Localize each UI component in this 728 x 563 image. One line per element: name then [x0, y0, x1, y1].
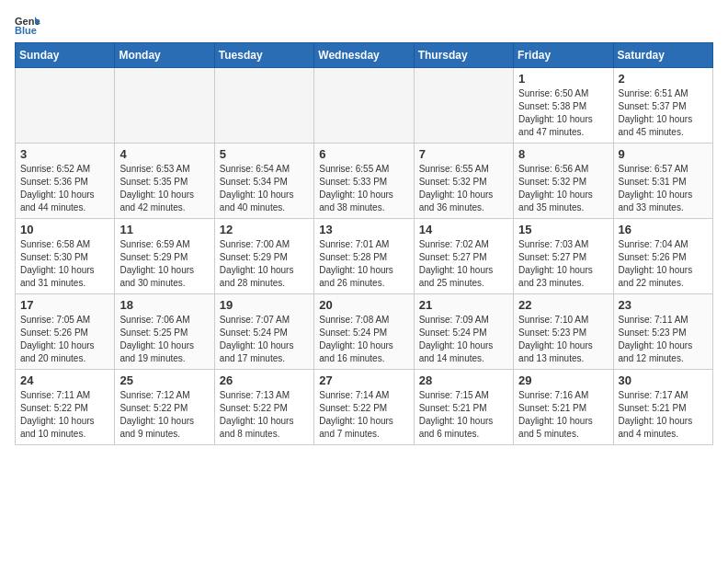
calendar-day-cell: 25Sunrise: 7:12 AMSunset: 5:22 PMDayligh…	[115, 370, 214, 445]
day-number: 23	[619, 298, 708, 312]
calendar-day-cell: 17Sunrise: 7:05 AMSunset: 5:26 PMDayligh…	[16, 294, 115, 370]
day-number: 26	[220, 373, 309, 387]
calendar-header-row: SundayMondayTuesdayWednesdayThursdayFrid…	[16, 43, 713, 68]
calendar-week-row: 24Sunrise: 7:11 AMSunset: 5:22 PMDayligh…	[16, 370, 713, 445]
day-info: Sunrise: 6:58 AMSunset: 5:30 PMDaylight:…	[20, 238, 109, 290]
day-number: 15	[518, 223, 608, 236]
day-info: Sunrise: 6:54 AMSunset: 5:34 PMDaylight:…	[220, 163, 309, 214]
day-info: Sunrise: 6:59 AMSunset: 5:29 PMDaylight:…	[119, 238, 209, 290]
day-number: 1	[518, 72, 608, 86]
day-info: Sunrise: 7:00 AMSunset: 5:29 PMDaylight:…	[220, 238, 309, 290]
calendar-day-cell: 12Sunrise: 7:00 AMSunset: 5:29 PMDayligh…	[214, 219, 313, 294]
day-info: Sunrise: 7:11 AMSunset: 5:23 PMDaylight:…	[619, 314, 708, 365]
day-info: Sunrise: 7:10 AMSunset: 5:23 PMDaylight:…	[518, 314, 608, 365]
day-info: Sunrise: 7:09 AMSunset: 5:24 PMDaylight:…	[419, 314, 508, 365]
day-number: 2	[619, 72, 708, 86]
day-info: Sunrise: 7:16 AMSunset: 5:21 PMDaylight:…	[518, 389, 608, 441]
calendar-week-row: 3Sunrise: 6:52 AMSunset: 5:36 PMDaylight…	[16, 144, 713, 219]
day-number: 16	[619, 223, 708, 236]
day-info: Sunrise: 7:13 AMSunset: 5:22 PMDaylight:…	[220, 389, 309, 441]
calendar-day-cell: 16Sunrise: 7:04 AMSunset: 5:26 PMDayligh…	[613, 219, 712, 294]
day-info: Sunrise: 7:08 AMSunset: 5:24 PMDaylight:…	[319, 314, 408, 365]
day-number: 12	[220, 223, 309, 236]
calendar-day-cell: 15Sunrise: 7:03 AMSunset: 5:27 PMDayligh…	[514, 219, 613, 294]
calendar-week-row: 17Sunrise: 7:05 AMSunset: 5:26 PMDayligh…	[16, 294, 713, 370]
column-header-saturday: Saturday	[613, 43, 712, 68]
calendar-day-cell: 5Sunrise: 6:54 AMSunset: 5:34 PMDaylight…	[214, 144, 313, 219]
day-info: Sunrise: 6:52 AMSunset: 5:36 PMDaylight:…	[20, 163, 109, 214]
page-header: General Blue	[15, 15, 713, 35]
column-header-sunday: Sunday	[16, 43, 115, 68]
day-number: 19	[220, 298, 309, 312]
day-info: Sunrise: 7:14 AMSunset: 5:22 PMDaylight:…	[319, 389, 408, 441]
day-info: Sunrise: 7:05 AMSunset: 5:26 PMDaylight:…	[20, 314, 109, 365]
logo: General Blue	[15, 15, 44, 35]
column-header-thursday: Thursday	[414, 43, 513, 68]
column-header-tuesday: Tuesday	[214, 43, 313, 68]
calendar-day-cell	[314, 68, 414, 144]
day-number: 17	[20, 298, 109, 312]
day-info: Sunrise: 6:50 AMSunset: 5:38 PMDaylight:…	[518, 87, 608, 139]
column-header-friday: Friday	[514, 43, 613, 68]
calendar-day-cell: 19Sunrise: 7:07 AMSunset: 5:24 PMDayligh…	[214, 294, 313, 370]
calendar-day-cell	[115, 68, 214, 144]
day-info: Sunrise: 6:53 AMSunset: 5:35 PMDaylight:…	[119, 163, 209, 214]
day-number: 14	[419, 223, 508, 236]
calendar-day-cell: 23Sunrise: 7:11 AMSunset: 5:23 PMDayligh…	[613, 294, 712, 370]
day-number: 7	[419, 147, 508, 161]
calendar-day-cell: 2Sunrise: 6:51 AMSunset: 5:37 PMDaylight…	[613, 68, 712, 144]
day-number: 4	[119, 147, 209, 161]
day-info: Sunrise: 7:04 AMSunset: 5:26 PMDaylight:…	[619, 238, 708, 290]
calendar-day-cell: 22Sunrise: 7:10 AMSunset: 5:23 PMDayligh…	[514, 294, 613, 370]
day-number: 13	[319, 223, 408, 236]
day-info: Sunrise: 7:06 AMSunset: 5:25 PMDaylight:…	[119, 314, 209, 365]
day-number: 3	[20, 147, 109, 161]
calendar-day-cell: 10Sunrise: 6:58 AMSunset: 5:30 PMDayligh…	[16, 219, 115, 294]
day-number: 27	[319, 373, 408, 387]
day-number: 9	[619, 147, 708, 161]
day-info: Sunrise: 7:11 AMSunset: 5:22 PMDaylight:…	[20, 389, 109, 441]
calendar-day-cell: 20Sunrise: 7:08 AMSunset: 5:24 PMDayligh…	[314, 294, 414, 370]
calendar-day-cell: 21Sunrise: 7:09 AMSunset: 5:24 PMDayligh…	[414, 294, 513, 370]
calendar-day-cell: 27Sunrise: 7:14 AMSunset: 5:22 PMDayligh…	[314, 370, 414, 445]
logo-icon: General Blue	[15, 15, 40, 35]
day-number: 29	[518, 373, 608, 387]
calendar-day-cell: 18Sunrise: 7:06 AMSunset: 5:25 PMDayligh…	[115, 294, 214, 370]
calendar-table: SundayMondayTuesdayWednesdayThursdayFrid…	[15, 42, 713, 445]
day-number: 11	[119, 223, 209, 236]
day-info: Sunrise: 7:02 AMSunset: 5:27 PMDaylight:…	[419, 238, 508, 290]
calendar-day-cell: 4Sunrise: 6:53 AMSunset: 5:35 PMDaylight…	[115, 144, 214, 219]
column-header-monday: Monday	[115, 43, 214, 68]
day-number: 30	[619, 373, 708, 387]
calendar-day-cell: 9Sunrise: 6:57 AMSunset: 5:31 PMDaylight…	[613, 144, 712, 219]
day-info: Sunrise: 7:17 AMSunset: 5:21 PMDaylight:…	[619, 389, 708, 441]
day-info: Sunrise: 6:55 AMSunset: 5:32 PMDaylight:…	[419, 163, 508, 214]
column-header-wednesday: Wednesday	[314, 43, 414, 68]
svg-text:Blue: Blue	[15, 25, 37, 35]
day-number: 28	[419, 373, 508, 387]
day-number: 25	[119, 373, 209, 387]
day-info: Sunrise: 7:07 AMSunset: 5:24 PMDaylight:…	[220, 314, 309, 365]
day-number: 10	[20, 223, 109, 236]
calendar-day-cell: 1Sunrise: 6:50 AMSunset: 5:38 PMDaylight…	[514, 68, 613, 144]
calendar-day-cell	[16, 68, 115, 144]
calendar-week-row: 1Sunrise: 6:50 AMSunset: 5:38 PMDaylight…	[16, 68, 713, 144]
day-info: Sunrise: 6:57 AMSunset: 5:31 PMDaylight:…	[619, 163, 708, 214]
day-number: 24	[20, 373, 109, 387]
calendar-day-cell: 6Sunrise: 6:55 AMSunset: 5:33 PMDaylight…	[314, 144, 414, 219]
day-number: 5	[220, 147, 309, 161]
day-info: Sunrise: 7:12 AMSunset: 5:22 PMDaylight:…	[119, 389, 209, 441]
calendar-day-cell: 29Sunrise: 7:16 AMSunset: 5:21 PMDayligh…	[514, 370, 613, 445]
calendar-day-cell: 26Sunrise: 7:13 AMSunset: 5:22 PMDayligh…	[214, 370, 313, 445]
calendar-day-cell: 11Sunrise: 6:59 AMSunset: 5:29 PMDayligh…	[115, 219, 214, 294]
calendar-day-cell	[214, 68, 313, 144]
day-number: 20	[319, 298, 408, 312]
calendar-day-cell: 7Sunrise: 6:55 AMSunset: 5:32 PMDaylight…	[414, 144, 513, 219]
calendar-day-cell	[414, 68, 513, 144]
day-number: 6	[319, 147, 408, 161]
day-info: Sunrise: 7:01 AMSunset: 5:28 PMDaylight:…	[319, 238, 408, 290]
calendar-day-cell: 13Sunrise: 7:01 AMSunset: 5:28 PMDayligh…	[314, 219, 414, 294]
day-info: Sunrise: 6:51 AMSunset: 5:37 PMDaylight:…	[619, 87, 708, 139]
day-number: 18	[119, 298, 209, 312]
day-info: Sunrise: 6:56 AMSunset: 5:32 PMDaylight:…	[518, 163, 608, 214]
